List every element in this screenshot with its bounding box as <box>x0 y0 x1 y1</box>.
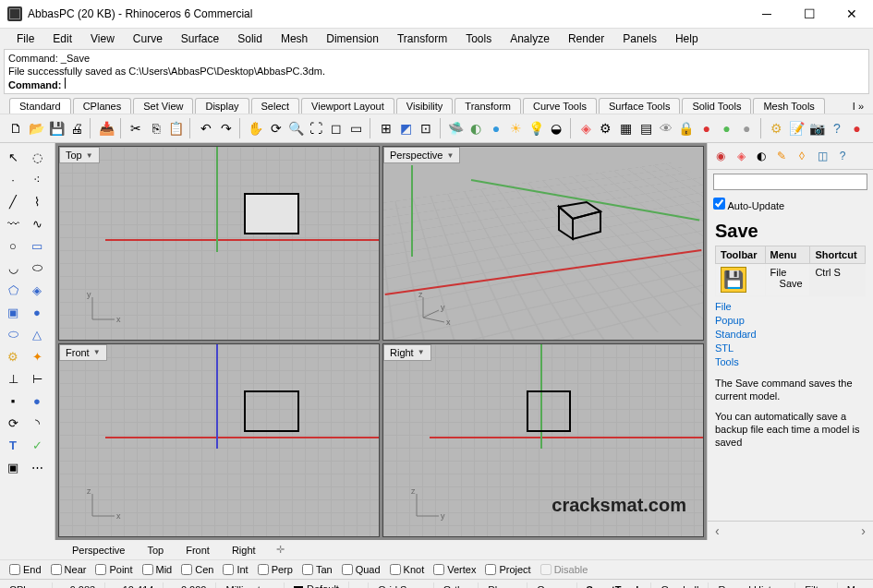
help-search-input[interactable] <box>713 174 867 190</box>
copy-icon[interactable]: ⎘ <box>148 117 165 139</box>
redo-icon[interactable]: ↷ <box>217 117 235 139</box>
dropdown-icon[interactable]: ▼ <box>93 348 101 356</box>
spiral-icon[interactable]: ◈ <box>26 280 48 300</box>
panel-scrollbar[interactable]: ‹› <box>708 521 873 540</box>
named-view-icon[interactable]: ▭ <box>347 117 365 139</box>
add-viewport-tab[interactable]: ✛ <box>271 542 290 558</box>
text-icon[interactable]: T <box>2 435 24 455</box>
circle-icon[interactable]: ○ <box>2 235 24 256</box>
status-overflow[interactable]: M... <box>837 582 873 589</box>
layers-panel-icon[interactable]: ◈ <box>732 147 750 165</box>
dropdown-icon[interactable]: ▼ <box>446 151 454 160</box>
tooltab-cplanes[interactable]: CPlanes <box>73 98 132 114</box>
menu-render[interactable]: Render <box>559 30 613 47</box>
status-layer[interactable]: Default <box>285 582 349 588</box>
gear-icon[interactable]: ⚙ <box>2 346 24 366</box>
menu-edit[interactable]: Edit <box>43 30 81 47</box>
osnap-point[interactable]: Point <box>95 564 132 575</box>
viewport-label-front[interactable]: Front▼ <box>59 344 107 361</box>
sphere-solid-icon[interactable]: ● <box>26 390 48 411</box>
maximize-button[interactable]: ☐ <box>788 0 831 29</box>
osnap-vertex[interactable]: Vertex <box>433 564 476 575</box>
print-icon[interactable]: 🖨 <box>68 117 86 139</box>
status-planar[interactable]: Planar <box>478 582 527 589</box>
polygon-icon[interactable]: ⬠ <box>2 280 24 300</box>
zoom-extents-icon[interactable]: ⛶ <box>308 117 325 139</box>
texture-icon[interactable]: ● <box>738 117 756 139</box>
interp-curve-icon[interactable]: ∿ <box>26 213 48 234</box>
render-icon[interactable]: ● <box>488 117 505 139</box>
plane-point-icon[interactable]: ▪ <box>2 390 24 411</box>
line-icon[interactable]: ╱ <box>2 191 24 211</box>
viewport-right[interactable]: Right▼ zy cracksmat.com <box>382 343 704 538</box>
spotlight-icon[interactable]: ◒ <box>548 117 565 139</box>
offset-icon[interactable]: ⟳ <box>2 413 24 433</box>
link-popup[interactable]: Popup <box>715 314 866 328</box>
cylinder-icon[interactable]: ⬭ <box>2 324 24 344</box>
save-icon[interactable]: 💾 <box>48 117 66 139</box>
sphere-icon[interactable]: ● <box>26 302 48 322</box>
pan-icon[interactable]: ✋ <box>247 117 264 139</box>
tooltab-setview[interactable]: Set View <box>133 98 193 114</box>
zoom-icon[interactable]: 🔍 <box>287 117 305 139</box>
vtab-right[interactable]: Right <box>224 543 263 558</box>
polyline-icon[interactable]: ⌇ <box>26 191 48 211</box>
status-osnap[interactable]: Osnap <box>527 582 576 589</box>
cone-icon[interactable]: △ <box>26 324 48 344</box>
cplane-world-icon[interactable]: ◩ <box>397 117 415 139</box>
doc-properties-icon[interactable]: 📝 <box>788 117 806 139</box>
tooltab-select[interactable]: Select <box>251 98 300 114</box>
menu-solid[interactable]: Solid <box>228 30 272 47</box>
zoom-selected-icon[interactable]: ◻ <box>328 117 346 139</box>
tooltab-visibility[interactable]: Visibility <box>396 98 454 114</box>
viewport-label-top[interactable]: Top▼ <box>59 147 100 163</box>
auto-update-checkbox[interactable]: Auto-Update <box>713 200 784 211</box>
explode-icon[interactable]: ✦ <box>26 346 48 366</box>
tooltab-standard[interactable]: Standard <box>9 98 71 114</box>
box-icon[interactable]: ▣ <box>2 302 24 322</box>
menu-dimension[interactable]: Dimension <box>317 30 388 47</box>
status-smarttrack[interactable]: SmartTrack <box>576 582 651 589</box>
status-gumball[interactable]: Gumball <box>650 582 708 589</box>
menu-curve[interactable]: Curve <box>124 30 172 47</box>
lightbulb-icon[interactable]: 💡 <box>527 117 545 139</box>
set-cplane-icon[interactable]: ⊞ <box>377 117 394 139</box>
info-icon[interactable]: ● <box>848 117 866 139</box>
tooltab-viewportlayout[interactable]: Viewport Layout <box>301 98 394 114</box>
link-stl[interactable]: STL <box>715 342 866 355</box>
paste-icon[interactable]: 📋 <box>167 117 185 139</box>
camera-icon[interactable]: 📷 <box>808 117 826 139</box>
lock-icon[interactable]: 🔒 <box>677 117 695 139</box>
group-icon[interactable]: ▦ <box>617 117 635 139</box>
menu-view[interactable]: View <box>81 30 124 47</box>
ellipse-icon[interactable]: ⬭ <box>26 258 48 278</box>
edit-panel-icon[interactable]: ✎ <box>772 147 791 165</box>
close-button[interactable]: ✕ <box>831 0 873 29</box>
status-filter[interactable]: Filter <box>794 582 836 589</box>
menu-surface[interactable]: Surface <box>172 30 228 47</box>
layers-icon[interactable]: ◈ <box>577 117 595 139</box>
osnap-cen[interactable]: Cen <box>181 564 213 575</box>
osnap-end[interactable]: End <box>9 564 42 575</box>
menu-transform[interactable]: Transform <box>388 30 456 47</box>
osnap-perp[interactable]: Perp <box>258 564 293 575</box>
cut-icon[interactable]: ✂ <box>127 117 145 139</box>
hide-icon[interactable]: 👁 <box>658 117 675 139</box>
command-history[interactable]: Command: _Save File successfully saved a… <box>4 49 869 94</box>
menu-file[interactable]: File <box>7 30 43 47</box>
menu-panels[interactable]: Panels <box>613 30 666 47</box>
libraries-icon[interactable]: ◫ <box>813 147 831 165</box>
viewport-top[interactable]: Top▼ yx <box>58 146 380 341</box>
render-preview-icon[interactable]: ◐ <box>467 117 485 139</box>
dropdown-icon[interactable]: ▼ <box>418 348 425 356</box>
osnap-tan[interactable]: Tan <box>302 564 333 575</box>
help-icon[interactable]: ? <box>829 117 846 139</box>
environment-icon[interactable]: ● <box>718 117 735 139</box>
tooltab-curvetools[interactable]: Curve Tools <box>523 98 597 114</box>
tooltab-surfacetools[interactable]: Surface Tools <box>599 98 680 114</box>
link-standard[interactable]: Standard <box>715 328 866 342</box>
status-recordhistory[interactable]: Record History <box>708 582 794 589</box>
viewport-perspective[interactable]: Perspective▼ zxy <box>382 146 704 341</box>
menu-tools[interactable]: Tools <box>456 30 501 47</box>
link-tools[interactable]: Tools <box>715 355 866 369</box>
